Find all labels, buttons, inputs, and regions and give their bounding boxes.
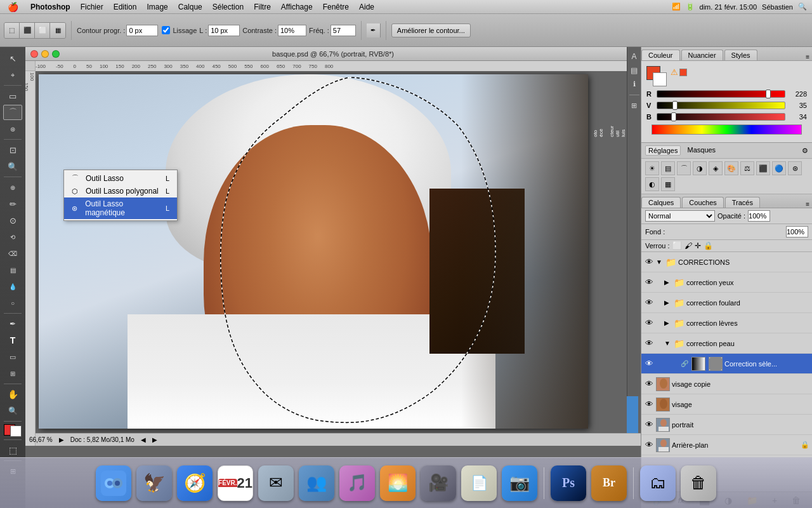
menu-fichier[interactable]: Fichier bbox=[75, 0, 108, 14]
color-spectrum-bar[interactable] bbox=[652, 124, 802, 135]
layer-group-foulard[interactable]: 👁 ▶ 📁 correction foulard bbox=[641, 293, 812, 313]
dock-itunes[interactable]: 🎵 bbox=[339, 465, 375, 501]
panel-icon-info[interactable]: ℹ bbox=[633, 80, 636, 88]
reglages-gear-icon[interactable]: ⚙ bbox=[802, 147, 808, 155]
blend-mode-select[interactable]: Normal Dissoudre Obscurcir bbox=[645, 210, 715, 222]
tool-eraser[interactable]: ⌫ bbox=[3, 246, 22, 261]
menu-edition[interactable]: Edition bbox=[108, 0, 142, 14]
tool-mode-btn-4[interactable]: ▦ bbox=[50, 23, 65, 38]
menu-selection[interactable]: Sélection bbox=[207, 0, 249, 14]
tool-history[interactable]: ⟲ bbox=[3, 229, 22, 244]
tool-path-select[interactable]: ⌖ bbox=[3, 67, 22, 83]
tab-couches[interactable]: Couches bbox=[682, 197, 723, 208]
foulard-arrow[interactable]: ▶ bbox=[664, 299, 672, 306]
menu-calque[interactable]: Calque bbox=[173, 0, 207, 14]
adj-channel-mix[interactable]: ⊛ bbox=[788, 161, 802, 175]
b-slider-thumb[interactable] bbox=[671, 112, 676, 121]
tool-3d[interactable]: ⊞ bbox=[3, 366, 22, 381]
dock-bridge[interactable]: Br bbox=[591, 465, 627, 501]
layer-portrait[interactable]: 👁 portrait bbox=[641, 415, 812, 435]
canvas-image-viewport[interactable]: @keyframes dash { to { stroke-dashoffset… bbox=[36, 71, 641, 433]
layer-group-corrections[interactable]: 👁 ▼ 📁 CORRECTIONS bbox=[641, 252, 812, 272]
layer-eye-peau[interactable]: 👁 bbox=[644, 338, 654, 348]
layer-arriere-plan[interactable]: 👁 Arrière-plan 🔒 bbox=[641, 435, 812, 455]
dock-calendar[interactable]: FÉVR. 21 bbox=[218, 465, 253, 501]
menu-aide[interactable]: Aide bbox=[354, 0, 379, 14]
menu-affichage[interactable]: Affichage bbox=[276, 0, 318, 14]
v-slider-track[interactable] bbox=[657, 102, 785, 109]
tool-mode-btn-2[interactable]: ⬛ bbox=[20, 23, 35, 38]
peau-arrow[interactable]: ▼ bbox=[664, 340, 672, 347]
layer-group-levres[interactable]: 👁 ▶ 📁 correction lèvres bbox=[641, 313, 812, 333]
color-swatches[interactable] bbox=[4, 424, 22, 437]
lasso-tool-magnetic[interactable]: ⊛ Outil Lasso magnétique L bbox=[64, 197, 177, 219]
panel-icon-adjust[interactable]: ▤ bbox=[631, 66, 638, 75]
tool-mode-btn-1[interactable]: ⬚ bbox=[4, 23, 20, 38]
tab-masques[interactable]: Masques bbox=[684, 145, 718, 156]
adj-photo-filter[interactable]: 🔵 bbox=[772, 161, 786, 175]
adj-brightness[interactable]: ☀ bbox=[645, 161, 659, 175]
background-color[interactable] bbox=[10, 425, 22, 437]
tab-nuancier[interactable]: Nuancier bbox=[681, 50, 723, 60]
dock-mail[interactable]: ✉ bbox=[258, 465, 294, 501]
menu-photoshop[interactable]: Photoshop bbox=[25, 0, 75, 14]
layer-eye-sele[interactable]: 👁 bbox=[644, 359, 654, 368]
expand-icon[interactable]: ▶ bbox=[59, 436, 64, 443]
r-slider-thumb[interactable] bbox=[766, 90, 771, 98]
lock-move-icon[interactable]: ✛ bbox=[695, 241, 701, 250]
layer-eye-visage[interactable]: 👁 bbox=[644, 399, 654, 409]
tool-crop[interactable]: ⊡ bbox=[3, 142, 22, 157]
lock-all-icon[interactable]: 🔒 bbox=[704, 241, 713, 250]
r-slider-track[interactable] bbox=[657, 90, 785, 98]
dock-trash[interactable]: 🗑 bbox=[681, 465, 716, 501]
dock-photoshop[interactable]: Ps bbox=[551, 465, 586, 501]
stylus-btn[interactable]: ✒ bbox=[367, 23, 381, 37]
menu-fenetre[interactable]: Fenêtre bbox=[318, 0, 354, 14]
lasso-tool-regular[interactable]: ⌒ Outil Lasso L bbox=[64, 171, 177, 185]
layer-visage-copie[interactable]: 👁 visage copie bbox=[641, 374, 812, 394]
panel-icon-nav[interactable]: ⊞ bbox=[631, 102, 637, 110]
opacity-input[interactable] bbox=[748, 210, 770, 222]
tool-spot-heal[interactable]: ⊕ bbox=[3, 180, 22, 195]
panel-icon-color[interactable]: A bbox=[631, 52, 636, 61]
dock-safari[interactable]: 🧭 bbox=[177, 465, 213, 501]
tool-dodge[interactable]: ○ bbox=[3, 295, 22, 311]
tool-pen[interactable]: ✒ bbox=[3, 316, 22, 331]
tool-zoom[interactable]: 🔍 bbox=[3, 403, 22, 418]
adj-posterize[interactable]: ▦ bbox=[661, 177, 675, 191]
lock-pixels-icon[interactable]: ⬜ bbox=[672, 241, 682, 250]
layer-eye-yeux[interactable]: 👁 bbox=[644, 277, 654, 287]
tool-hand[interactable]: ✋ bbox=[3, 387, 22, 402]
adj-levels[interactable]: ▤ bbox=[661, 161, 675, 175]
tool-mode-btn-3[interactable]: ⬜ bbox=[35, 23, 50, 38]
apple-menu[interactable]: 🍎 bbox=[0, 2, 25, 12]
close-btn[interactable] bbox=[30, 50, 38, 58]
dock-finder[interactable] bbox=[96, 465, 131, 501]
tool-blur[interactable]: 💧 bbox=[3, 279, 22, 294]
tool-marquee[interactable]: ▭ bbox=[3, 88, 22, 104]
color-panel-collapse[interactable]: ≡ bbox=[803, 53, 812, 60]
adj-colorbal[interactable]: ⚖ bbox=[740, 161, 754, 175]
dock-people[interactable]: 👥 bbox=[299, 465, 334, 501]
v-slider-thumb[interactable] bbox=[672, 101, 678, 110]
layer-group-peau[interactable]: 👁 ▼ 📁 correction peau bbox=[641, 333, 812, 354]
adj-exposure[interactable]: ◑ bbox=[693, 161, 707, 175]
layers-panel-collapse[interactable]: ≡ bbox=[803, 201, 812, 208]
tool-brush[interactable]: ✏ bbox=[3, 196, 22, 211]
nav-prev[interactable]: ◀ bbox=[141, 436, 146, 443]
tab-couleur[interactable]: Couleur bbox=[641, 50, 680, 60]
lasso-tool-polygonal[interactable]: ⬡ Outil Lasso polygonal L bbox=[64, 185, 177, 197]
tab-calques[interactable]: Calques bbox=[641, 197, 681, 208]
dock-camstream[interactable]: 🎥 bbox=[421, 465, 456, 501]
lock-paint-icon[interactable]: 🖌 bbox=[684, 241, 692, 250]
fond-input[interactable] bbox=[786, 226, 808, 237]
tool-lasso[interactable]: ⌒ bbox=[3, 105, 22, 120]
tool-arrow[interactable]: ↖ bbox=[3, 51, 22, 66]
dock-mail-eagle[interactable]: 🦅 bbox=[136, 465, 172, 501]
tool-eyedropper[interactable]: 🔍 bbox=[3, 159, 22, 174]
tool-text[interactable]: T bbox=[3, 333, 22, 348]
contour-input[interactable] bbox=[126, 25, 158, 36]
tool-shape[interactable]: ▭ bbox=[3, 349, 22, 364]
freq-input[interactable] bbox=[331, 25, 356, 36]
layer-correction-sele[interactable]: 👁 🔗 Correction sèle.. bbox=[641, 354, 812, 374]
